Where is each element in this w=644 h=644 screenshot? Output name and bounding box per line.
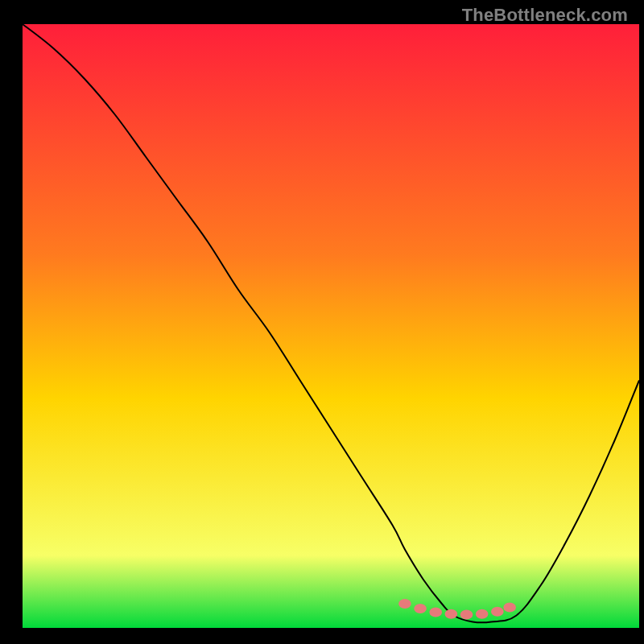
highlight-marker [429, 608, 442, 617]
watermark-text: TheBottleneck.com [462, 5, 628, 26]
highlight-marker [414, 604, 427, 613]
highlight-marker [491, 607, 504, 617]
highlight-marker [445, 609, 458, 619]
highlight-marker [503, 603, 516, 613]
highlight-marker [460, 610, 473, 620]
highlight-marker [398, 599, 411, 609]
highlight-marker [476, 609, 489, 619]
chart-stage: TheBottleneck.com [0, 0, 644, 644]
bottleneck-chart [0, 0, 644, 644]
